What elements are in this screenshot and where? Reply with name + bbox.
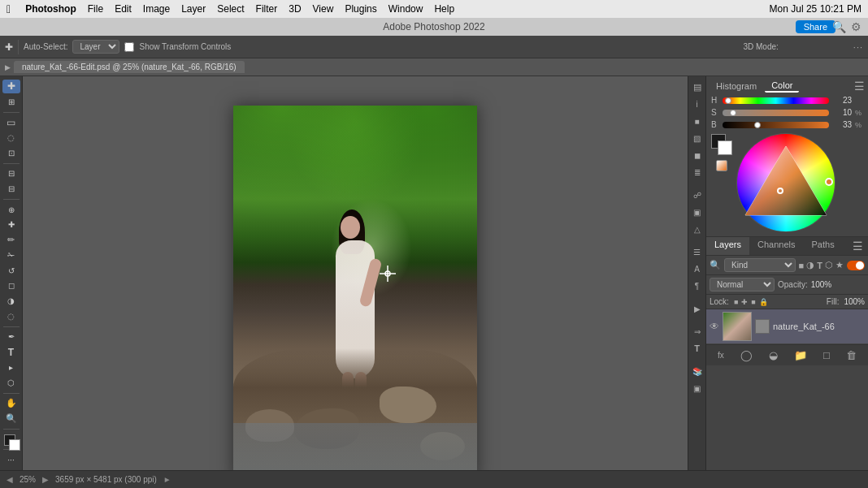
histogram-icon[interactable]: ▤ xyxy=(690,80,705,94)
eyedropper-tool[interactable]: ⊕ xyxy=(2,203,20,217)
paragraph-icon[interactable]: ¶ xyxy=(690,279,705,293)
adjustment-filter-icon[interactable]: ◑ xyxy=(806,260,814,270)
eraser-tool[interactable]: ◻ xyxy=(2,279,20,292)
tab-histogram[interactable]: Histogram xyxy=(710,80,763,92)
menu-window[interactable]: Window xyxy=(388,3,423,15)
type-panel-icon[interactable]: T xyxy=(690,341,705,356)
3d-panel-icon[interactable]: ▣ xyxy=(690,381,705,395)
tab-color[interactable]: Color xyxy=(765,80,799,93)
group-button[interactable]: 📁 xyxy=(791,348,810,363)
patterns-icon[interactable]: ≣ xyxy=(690,165,705,179)
brush-tool[interactable]: ✏ xyxy=(2,233,20,247)
shape-tool[interactable]: ⬡ xyxy=(2,376,20,390)
adjustment-button[interactable]: ◒ xyxy=(766,348,781,363)
background-color[interactable] xyxy=(9,439,20,451)
layers-panel-menu[interactable]: ☰ xyxy=(848,237,868,255)
pixel-filter-icon[interactable]: ■ xyxy=(799,261,805,270)
status-arrow-left[interactable]: ◀ xyxy=(7,475,13,484)
menu-view[interactable]: View xyxy=(313,3,334,15)
menu-filter[interactable]: Filter xyxy=(256,3,278,15)
color-square-icon[interactable] xyxy=(716,160,727,171)
lock-pixels-icon[interactable]: ■ xyxy=(734,298,738,306)
color-wheel[interactable] xyxy=(737,134,835,231)
hue-slider[interactable] xyxy=(723,97,829,104)
show-transform-checkbox[interactable] xyxy=(124,42,134,52)
settings-icon[interactable]: ⚙ xyxy=(851,20,861,33)
bri-slider[interactable] xyxy=(723,122,829,128)
type-filter-icon[interactable]: T xyxy=(817,261,822,270)
add-mask-button[interactable]: ◯ xyxy=(737,348,756,363)
libraries-icon[interactable]: 📚 xyxy=(690,364,705,378)
menu-layer[interactable]: Layer xyxy=(181,3,206,15)
layer-visibility-icon[interactable]: 👁 xyxy=(710,321,719,332)
channels-icon[interactable]: ▣ xyxy=(690,205,705,219)
zoom-tool[interactable]: 🔍 xyxy=(2,412,20,425)
tab-layers[interactable]: Layers xyxy=(706,237,749,255)
pen-tool[interactable]: ✒ xyxy=(2,330,20,344)
artboard-tool[interactable]: ⊞ xyxy=(2,95,20,109)
swatches-icon[interactable]: ▧ xyxy=(690,131,705,145)
layer-filter-dropdown[interactable]: Kind xyxy=(724,258,796,272)
paths-icon[interactable]: △ xyxy=(690,222,705,236)
menu-select[interactable]: Select xyxy=(217,3,244,15)
tab-paths[interactable]: Paths xyxy=(804,237,843,255)
delete-layer-button[interactable]: 🗑 xyxy=(843,348,860,363)
color-swatches[interactable] xyxy=(2,433,20,447)
menu-edit[interactable]: Edit xyxy=(115,3,132,15)
character-icon[interactable]: A xyxy=(690,261,705,276)
more-options-icon[interactable]: ··· xyxy=(853,42,863,52)
smart-filter-icon[interactable]: ★ xyxy=(835,260,844,270)
hand-tool[interactable]: ✋ xyxy=(2,396,20,410)
close-doc-icon[interactable]: ▶ xyxy=(5,63,11,71)
color-icon[interactable]: ■ xyxy=(690,114,705,128)
menu-photoshop[interactable]: Photoshop xyxy=(25,3,76,15)
properties-icon[interactable]: ☰ xyxy=(690,244,705,259)
filter-toggle[interactable] xyxy=(847,261,865,270)
gradient-tool[interactable]: ◑ xyxy=(2,294,20,308)
history-brush-tool[interactable]: ↺ xyxy=(2,264,20,278)
object-select-tool[interactable]: ⊡ xyxy=(2,146,20,160)
type-tool[interactable]: T xyxy=(2,345,20,359)
layers-icon[interactable]: ☍ xyxy=(690,188,705,202)
search-icon[interactable]: 🔍 xyxy=(832,20,846,33)
actions-icon[interactable]: ▶ xyxy=(690,301,705,316)
more-tools-btn[interactable]: ··· xyxy=(2,453,20,467)
dodge-tool[interactable]: ◌ xyxy=(2,309,20,323)
menu-image[interactable]: Image xyxy=(143,3,170,15)
color-panel-menu[interactable]: ☰ xyxy=(854,80,865,93)
bg-swatch[interactable] xyxy=(718,140,732,155)
apple-menu[interactable]:  xyxy=(7,2,11,15)
mini-swatches[interactable] xyxy=(711,134,732,155)
lock-artboard-icon[interactable]: ■ xyxy=(751,298,755,306)
export-icon[interactable]: ⇒ xyxy=(690,324,705,339)
lock-all-icon[interactable]: 🔒 xyxy=(759,298,768,306)
spot-healing-tool[interactable]: ✚ xyxy=(2,218,20,231)
document-tab[interactable]: nature_Kat_-66-Edit.psd @ 25% (nature_Ka… xyxy=(14,61,245,73)
info-icon[interactable]: i xyxy=(690,97,705,111)
clone-stamp-tool[interactable]: ✁ xyxy=(2,248,20,262)
menu-3d[interactable]: 3D xyxy=(289,3,301,15)
frame-tool[interactable]: ⊟ xyxy=(2,182,20,196)
shape-filter-icon[interactable]: ⬡ xyxy=(825,260,833,270)
blend-mode-dropdown[interactable]: Normal Multiply Screen xyxy=(710,278,775,292)
lock-position-icon[interactable]: ✚ xyxy=(741,298,748,306)
layer-item[interactable]: 👁 nature_Kat_-66 xyxy=(706,309,868,344)
gradient-panel-icon[interactable]: ◼ xyxy=(690,148,705,162)
color-picker-dot[interactable] xyxy=(777,188,783,194)
move-tool[interactable]: ✚ xyxy=(2,80,20,93)
menu-file[interactable]: File xyxy=(88,3,103,15)
sat-slider[interactable] xyxy=(723,110,829,116)
crop-tool[interactable]: ⊟ xyxy=(2,166,20,180)
path-select-tool[interactable]: ▸ xyxy=(2,361,20,374)
auto-select-dropdown[interactable]: Layer Group xyxy=(72,40,119,54)
status-arrow-right[interactable]: ▶ xyxy=(42,475,49,484)
lasso-tool[interactable]: ◌ xyxy=(2,131,20,145)
status-expand[interactable]: ► xyxy=(163,475,171,484)
share-button[interactable]: Share xyxy=(796,20,835,33)
menu-help[interactable]: Help xyxy=(434,3,454,15)
menu-plugins[interactable]: Plugins xyxy=(345,3,376,15)
canvas-area[interactable] xyxy=(23,76,688,470)
fx-button[interactable]: fx xyxy=(714,349,727,361)
tab-channels[interactable]: Channels xyxy=(749,237,803,255)
rect-select-tool[interactable]: ▭ xyxy=(2,115,20,129)
